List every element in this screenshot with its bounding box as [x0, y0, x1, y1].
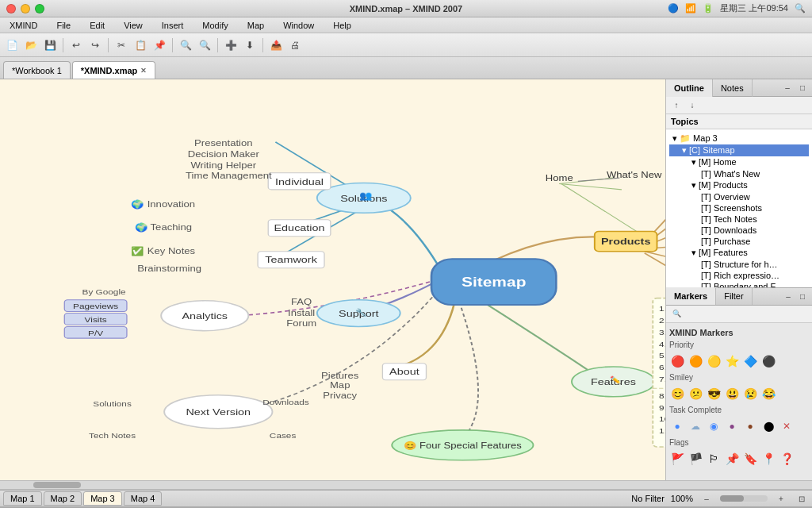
- undo-button[interactable]: ↩: [67, 37, 85, 54]
- bottom-map-section: Map 1 Map 2 Map 3 Map 4 No Filter 100% –…: [0, 480, 812, 507]
- fit-btn[interactable]: ⊡: [795, 491, 809, 506]
- priority-6-icon[interactable]: ⚫: [760, 353, 776, 369]
- redo-button[interactable]: ↪: [86, 37, 104, 54]
- tab-xmind[interactable]: *XMIND.xmap ✕: [72, 61, 156, 79]
- smiley-2-icon[interactable]: 😕: [688, 386, 703, 402]
- svg-text:🌍 Innovation: 🌍 Innovation: [131, 198, 195, 209]
- priority-4-icon[interactable]: ⭐: [724, 353, 740, 369]
- markers-minimize-btn[interactable]: –: [782, 290, 795, 302]
- smiley-4-icon[interactable]: 😃: [724, 386, 740, 402]
- flag-6-icon[interactable]: 📍: [760, 451, 776, 467]
- menu-window[interactable]: Window: [280, 20, 317, 31]
- zoom-plus-btn[interactable]: +: [774, 491, 788, 506]
- menu-file[interactable]: File: [53, 20, 74, 31]
- tab-xmind-label: *XMIND.xmap: [81, 66, 138, 75]
- scrollbar-thumb-h[interactable]: [33, 482, 81, 488]
- outline-down-btn[interactable]: ↓: [685, 98, 699, 113]
- map-tab-2[interactable]: Map 2: [44, 491, 82, 506]
- cut-button[interactable]: ✂: [113, 37, 130, 54]
- task-3-icon[interactable]: ◉: [706, 418, 722, 434]
- task-1-icon[interactable]: ●: [669, 418, 685, 434]
- smiley-3-icon[interactable]: 😎: [706, 386, 722, 402]
- window-controls[interactable]: [6, 4, 44, 13]
- mindmap-canvas[interactable]: Sitemap Solutions 👥 Support 🔧 Products F…: [0, 79, 665, 480]
- copy-button[interactable]: 📋: [132, 37, 149, 54]
- close-button[interactable]: [6, 4, 16, 13]
- smiley-5-icon[interactable]: 😢: [742, 386, 758, 402]
- maximize-button[interactable]: [35, 4, 44, 13]
- menu-help[interactable]: Help: [330, 20, 354, 31]
- tree-item[interactable]: [T] Boundary and F…: [669, 281, 809, 287]
- markers-search-btn[interactable]: 🔍: [669, 306, 684, 321]
- flag-7-icon[interactable]: ❓: [779, 451, 795, 467]
- export-button[interactable]: 📤: [267, 37, 285, 54]
- task-5-icon[interactable]: ●: [742, 418, 758, 434]
- menu-insert[interactable]: Insert: [159, 20, 187, 31]
- tree-item[interactable]: [T] Overview: [669, 191, 809, 202]
- bluetooth-icon: 🔵: [668, 3, 679, 13]
- tree-item[interactable]: ▾ [M] Features: [669, 247, 809, 259]
- tree-item[interactable]: [T] Structure for h…: [669, 259, 809, 270]
- smiley-1-icon[interactable]: 😊: [669, 386, 685, 402]
- flag-4-icon[interactable]: 📌: [724, 451, 740, 467]
- task-6-icon[interactable]: ⬤: [760, 418, 776, 434]
- markers-maximize-btn[interactable]: □: [796, 290, 809, 302]
- doc-tabs: *Workbook 1 *XMIND.xmap ✕: [0, 57, 812, 79]
- tree-item[interactable]: [T] Purchase: [669, 236, 809, 247]
- outline-tab[interactable]: Outline: [666, 79, 713, 97]
- tree-item[interactable]: ▾ [M] Home: [669, 156, 809, 168]
- tab-close-icon[interactable]: ✕: [140, 67, 147, 75]
- map-tab-4[interactable]: Map 4: [124, 491, 163, 506]
- flag-5-icon[interactable]: 🔖: [742, 451, 758, 467]
- tree-item[interactable]: ▾ [M] Products: [669, 179, 809, 191]
- insert-topic-button[interactable]: ➕: [222, 37, 239, 54]
- new-button[interactable]: 📄: [3, 37, 21, 54]
- flag-1-icon[interactable]: 🚩: [669, 451, 685, 467]
- save-button[interactable]: 💾: [41, 37, 59, 54]
- tree-item[interactable]: [T] Tech Notes: [669, 214, 809, 225]
- filter-tab[interactable]: Filter: [716, 287, 752, 305]
- tree-item[interactable]: [T] Rich expressio…: [669, 270, 809, 281]
- tree-item[interactable]: [T] Downloads: [669, 225, 809, 236]
- insert-subtopic-button[interactable]: ⬇: [241, 37, 259, 54]
- task-4-icon[interactable]: ●: [724, 418, 740, 434]
- menu-modify[interactable]: Modify: [199, 20, 231, 31]
- outline-up-btn[interactable]: ↑: [669, 98, 684, 113]
- tab-workbook[interactable]: *Workbook 1: [3, 61, 71, 79]
- flag-3-icon[interactable]: 🏳: [706, 451, 722, 467]
- mindmap-scrollbar-h[interactable]: [0, 480, 812, 490]
- open-button[interactable]: 📂: [22, 37, 40, 54]
- menu-xmind[interactable]: XMIND: [6, 20, 40, 31]
- tree-item[interactable]: [T] Screenshots: [669, 202, 809, 214]
- priority-markers-row: 🔴 🟠 🟡 ⭐ 🔷 ⚫: [669, 351, 809, 371]
- paste-button[interactable]: 📌: [151, 37, 168, 54]
- flag-2-icon[interactable]: 🏴: [688, 451, 703, 467]
- tree-item[interactable]: ▾ 📁 Map 3: [669, 133, 809, 144]
- zoom-out-button[interactable]: 🔍: [196, 37, 213, 54]
- notes-tab[interactable]: Notes: [713, 79, 753, 97]
- priority-2-icon[interactable]: 🟠: [688, 353, 703, 369]
- tree-item[interactable]: ▾ [C] Sitemap: [669, 144, 809, 156]
- svg-text:FAQ: FAQ: [291, 297, 312, 306]
- priority-3-icon[interactable]: 🟡: [706, 353, 722, 369]
- priority-1-icon[interactable]: 🔴: [669, 353, 685, 369]
- outline-tree[interactable]: ▾ 📁 Map 3▾ [C] Sitemap▾ [M] Home [T] Wha…: [666, 129, 812, 287]
- markers-tab[interactable]: Markers: [666, 287, 716, 305]
- panel-maximize-btn[interactable]: □: [796, 82, 809, 94]
- menu-map[interactable]: Map: [244, 20, 267, 31]
- menu-edit[interactable]: Edit: [86, 20, 108, 31]
- zoom-slider[interactable]: [720, 495, 768, 502]
- zoom-in-button[interactable]: 🔍: [177, 37, 194, 54]
- zoom-minus-btn[interactable]: –: [699, 491, 714, 506]
- print-button[interactable]: 🖨: [286, 37, 304, 54]
- smiley-6-icon[interactable]: 😂: [760, 386, 776, 402]
- panel-minimize-btn[interactable]: –: [781, 82, 794, 94]
- tree-item[interactable]: [T] What's New: [669, 168, 809, 179]
- map-tab-1[interactable]: Map 1: [3, 491, 42, 506]
- task-2-icon[interactable]: ☁: [688, 418, 703, 434]
- task-7-icon[interactable]: ✕: [779, 418, 795, 434]
- minimize-button[interactable]: [21, 4, 30, 13]
- map-tab-3[interactable]: Map 3: [83, 491, 122, 506]
- menu-view[interactable]: View: [121, 20, 146, 31]
- priority-5-icon[interactable]: 🔷: [742, 353, 758, 369]
